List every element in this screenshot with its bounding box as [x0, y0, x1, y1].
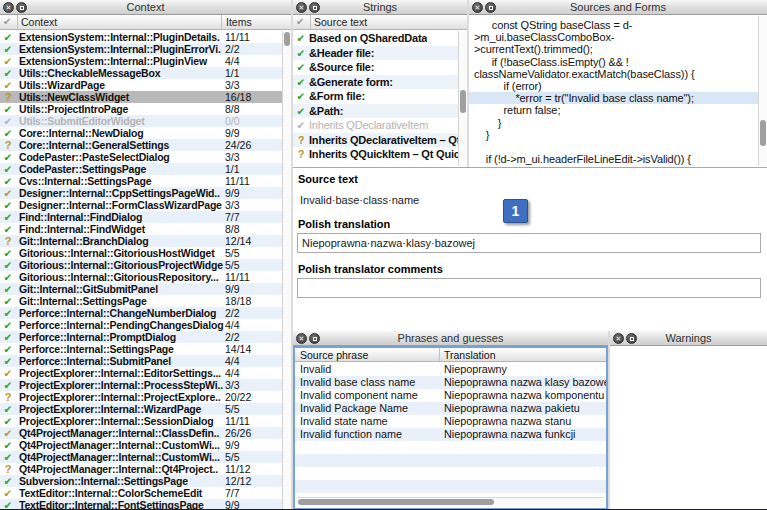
string-row[interactable]: ✔Based on QSharedData	[293, 31, 459, 46]
translation-input[interactable]	[297, 233, 761, 253]
items-count: 2/2	[225, 331, 240, 343]
context-row[interactable]: ✔Cvs::Internal::SettingsPage11/11	[0, 175, 282, 187]
context-row[interactable]: ✔ProjectExplorer::Internal::ProcessStepW…	[0, 379, 282, 391]
phrase-row[interactable]: Invalid component nameNiepoprawna nazwa …	[295, 389, 606, 402]
context-row[interactable]: ✔ProjectExplorer::Internal::SessionDialo…	[0, 415, 282, 427]
done-status-icon: ✔	[0, 355, 16, 367]
items-count: 0/0	[225, 115, 240, 127]
strings-column-header[interactable]: ✔ Source text	[293, 15, 467, 30]
context-row[interactable]: ✔ProjectExplorer::Internal::EditorSettin…	[0, 367, 282, 379]
context-row[interactable]: ✔Git::Internal::SettingsPage18/18	[0, 295, 282, 307]
context-scrollbar[interactable]	[282, 31, 291, 509]
warn-status-icon: ✔	[0, 427, 16, 439]
context-row[interactable]: ✔Utils::SubmitEditorWidget0/0	[0, 115, 282, 127]
float-dock-icon[interactable]	[626, 333, 637, 344]
context-scrollbar-thumb[interactable]	[284, 32, 290, 46]
context-column-header[interactable]: ✔ Context Items	[0, 15, 291, 30]
context-row[interactable]: ✔Designer::Internal::CppSettingsPageWid.…	[0, 187, 282, 199]
string-row[interactable]: ✔&Source file:	[293, 60, 459, 75]
close-dock-icon[interactable]: ✕	[613, 333, 624, 344]
code-line: return false;	[474, 104, 759, 116]
translation-cell: Niepoprawna nazwa funkcji	[444, 428, 575, 441]
items-count: 26/26	[225, 427, 251, 439]
string-row[interactable]: ✔&Form file:	[293, 89, 459, 104]
context-row[interactable]: ?ProjectExplorer::Internal::ProjectExplo…	[0, 391, 282, 403]
context-row[interactable]: ✔Gitorious::Internal::GitoriousHostWidge…	[0, 247, 282, 259]
warnings-body	[610, 346, 767, 510]
source-text-column-label: Source text	[314, 16, 367, 28]
context-row[interactable]: ✔Gitorious::Internal::GitoriousRepositor…	[0, 271, 282, 283]
context-row[interactable]: ✔Qt4ProjectManager::Internal::ClassDefin…	[0, 427, 282, 439]
phrases-hscrollbar[interactable]	[297, 497, 604, 506]
context-row[interactable]: ✔CodePaster::SettingsPage1/1	[0, 163, 282, 175]
close-dock-icon[interactable]: ✕	[296, 2, 307, 13]
phrase-row[interactable]: Invalid state nameNiepoprawna nazwa stan…	[295, 415, 606, 428]
context-name: ExtensionSystem::Internal::PluginView	[19, 55, 224, 67]
context-row[interactable]: ✔CodePaster::PasteSelectDialog3/3	[0, 151, 282, 163]
context-row[interactable]: ✔Core::Internal::NewDialog9/9	[0, 127, 282, 139]
string-row[interactable]: ?Inherits QQuickItem – Qt Quick 2	[293, 147, 459, 162]
context-row[interactable]: ✔Perforce::Internal::PromptDialog2/2	[0, 331, 282, 343]
items-count: 5/5	[225, 451, 240, 463]
qt-linguist-window: ✕ Context ✔ Context Items ✔ExtensionSyst…	[0, 0, 767, 510]
context-row[interactable]: ?Git::Internal::BranchDialog12/14	[0, 235, 282, 247]
context-row[interactable]: ✔Qt4ProjectManager::Internal::CustomWi..…	[0, 451, 282, 463]
context-row[interactable]: ✔ProjectExplorer::Internal::WizardPage5/…	[0, 403, 282, 415]
float-dock-icon[interactable]	[309, 333, 320, 344]
phrase-row[interactable]: Invalid base class nameNiepoprawna nazwa…	[295, 376, 606, 389]
translation-cell: Niepoprawna nazwa stanu	[444, 415, 571, 428]
items-count: 8/8	[225, 223, 240, 235]
context-row[interactable]: ✔Perforce::Internal::SettingsPage14/14	[0, 343, 282, 355]
phrases-table-header[interactable]: Source phrase Translation	[295, 348, 606, 362]
context-row[interactable]: ✔Find::Internal::FindWidget8/8	[0, 223, 282, 235]
context-row[interactable]: ✔ExtensionSystem::Internal::PluginView4/…	[0, 55, 282, 67]
phrase-row[interactable]: InvalidNiepoprawny	[295, 363, 606, 376]
context-name: ExtensionSystem::Internal::PluginErrorVi…	[19, 43, 224, 55]
context-row[interactable]: ✔TextEditor::Internal::ColorSchemeEdit7/…	[0, 487, 282, 499]
context-row[interactable]: ✔Designer::Internal::FormClassWizardPage…	[0, 199, 282, 211]
done-status-icon: ✔	[0, 247, 16, 259]
close-dock-icon[interactable]: ✕	[296, 333, 307, 344]
phrase-row[interactable]: Invalid function nameNiepoprawna nazwa f…	[295, 428, 606, 441]
context-row[interactable]: ✔Find::Internal::FindDialog7/7	[0, 211, 282, 223]
sources-scrollbar-thumb[interactable]	[760, 120, 766, 146]
strings-scrollbar[interactable]	[458, 31, 467, 166]
phrases-hscrollbar-thumb[interactable]	[298, 499, 494, 505]
context-row[interactable]: ✔ExtensionSystem::Internal::PluginDetail…	[0, 31, 282, 43]
source-code-view[interactable]: const QString baseClass = d->m_ui.baseCl…	[469, 16, 759, 166]
translator-comments-input[interactable]	[297, 278, 761, 298]
context-row[interactable]: ?Qt4ProjectManager::Internal::Qt4Project…	[0, 463, 282, 475]
float-dock-icon[interactable]	[309, 2, 320, 13]
source-phrase-cell: Invalid function name	[300, 428, 402, 441]
context-row[interactable]: ✔Perforce::Internal::SubmitPanel4/4	[0, 355, 282, 367]
context-row[interactable]: ✔Subversion::Internal::SettingsPage12/12	[0, 475, 282, 487]
translation-column-label: Translation	[444, 349, 496, 361]
float-dock-icon[interactable]	[16, 2, 27, 13]
context-row[interactable]: ✔Utils::CheckableMessageBox1/1	[0, 67, 282, 79]
context-row[interactable]: ✔Perforce::Internal::PendingChangesDialo…	[0, 319, 282, 331]
context-row[interactable]: ✔ExtensionSystem::Internal::PluginErrorV…	[0, 43, 282, 55]
context-row[interactable]: ?Utils::NewClassWidget16/18	[0, 91, 282, 103]
string-row[interactable]: ?Inherits QDeclarativeItem – Qt ...	[293, 133, 459, 148]
string-row[interactable]: ✔&Path:	[293, 104, 459, 119]
string-row[interactable]: ✔Inherits QDeclarativeItem	[293, 118, 459, 133]
context-row[interactable]: ✔Utils::ProjectIntroPage8/8	[0, 103, 282, 115]
context-row[interactable]: ✔Qt4ProjectManager::Internal::CustomWi..…	[0, 439, 282, 451]
context-name: Subversion::Internal::SettingsPage	[19, 475, 224, 487]
context-name: Utils::CheckableMessageBox	[19, 67, 224, 79]
context-row[interactable]: ?Core::Internal::GeneralSettings24/26	[0, 139, 282, 151]
code-line: if (!baseClass.isEmpty() && !	[474, 56, 759, 68]
context-row[interactable]: ✔Git::Internal::GitSubmitPanel9/9	[0, 283, 282, 295]
sources-scrollbar[interactable]	[758, 16, 767, 166]
string-row[interactable]: ✔&Generate form:	[293, 75, 459, 90]
context-row[interactable]: ✔Perforce::Internal::ChangeNumberDialog2…	[0, 307, 282, 319]
strings-scrollbar-thumb[interactable]	[460, 90, 466, 113]
string-row[interactable]: ✔&Header file:	[293, 46, 459, 61]
code-line: if (!d->m_ui.headerFileLineEdit->isValid…	[474, 153, 759, 165]
close-dock-icon[interactable]: ✕	[3, 2, 14, 13]
phrase-row[interactable]: Invalid Package NameNiepoprawna nazwa pa…	[295, 402, 606, 415]
float-dock-icon[interactable]	[485, 2, 496, 13]
close-dock-icon[interactable]: ✕	[472, 2, 483, 13]
context-row[interactable]: ✔Gitorious::Internal::GitoriousProjectWi…	[0, 259, 282, 271]
context-row[interactable]: ✔Utils::WizardPage3/3	[0, 79, 282, 91]
